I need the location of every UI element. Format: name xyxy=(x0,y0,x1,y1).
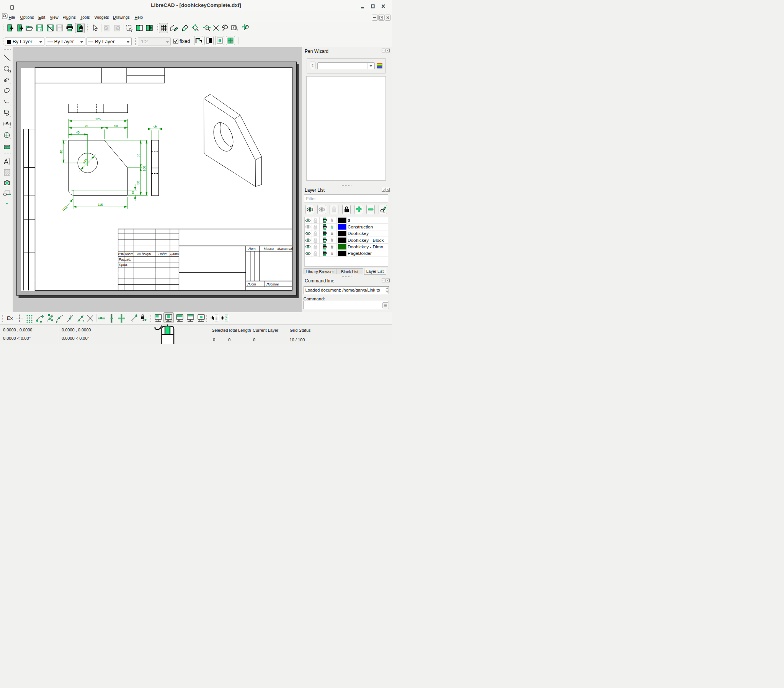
svg-text:50: 50 xyxy=(136,153,140,157)
svg-text:Лист: Лист xyxy=(247,282,256,286)
svg-text:50: 50 xyxy=(114,124,118,128)
svg-text:Масса: Масса xyxy=(264,247,274,251)
svg-text:Изм: Изм xyxy=(118,252,124,256)
svg-text:Лист: Лист xyxy=(124,252,133,256)
svg-text:№ докум.: № докум. xyxy=(137,252,152,256)
svg-text:Construction: Construction xyxy=(348,224,373,230)
svg-text:Листов: Листов xyxy=(266,282,279,286)
svg-text:#: # xyxy=(331,231,333,237)
svg-text:0: 0 xyxy=(348,218,350,223)
svg-text:Дата: Дата xyxy=(170,252,179,256)
svg-text:Doohickey: Doohickey xyxy=(348,231,369,236)
svg-text:50: 50 xyxy=(136,181,140,184)
svg-text:Doohickey - Dimn: Doohickey - Dimn xyxy=(348,244,383,250)
svg-text:40: 40 xyxy=(59,150,63,153)
svg-text:40: 40 xyxy=(76,130,80,134)
svg-text:Разраб.: Разраб. xyxy=(119,258,131,261)
svg-text:Масштаб: Масштаб xyxy=(277,247,293,251)
svg-text:#: # xyxy=(331,238,333,243)
svg-text:Doohickey - Block: Doohickey - Block xyxy=(348,238,384,243)
svg-text:Пров.: Пров. xyxy=(119,263,128,267)
svg-text:#: # xyxy=(331,218,333,223)
svg-text:#: # xyxy=(331,225,333,230)
svg-text:PageBorder: PageBorder xyxy=(348,251,372,256)
svg-text:#: # xyxy=(331,245,333,250)
svg-text:115: 115 xyxy=(98,203,103,207)
svg-text:Лит.: Лит. xyxy=(248,247,257,251)
svg-text:125: 125 xyxy=(96,117,100,120)
svg-text:#: # xyxy=(331,251,333,257)
svg-text:10: 10 xyxy=(131,191,135,194)
svg-text:Подп.: Подп. xyxy=(158,252,167,256)
svg-text:75: 75 xyxy=(85,123,89,127)
svg-text:100: 100 xyxy=(142,166,146,171)
